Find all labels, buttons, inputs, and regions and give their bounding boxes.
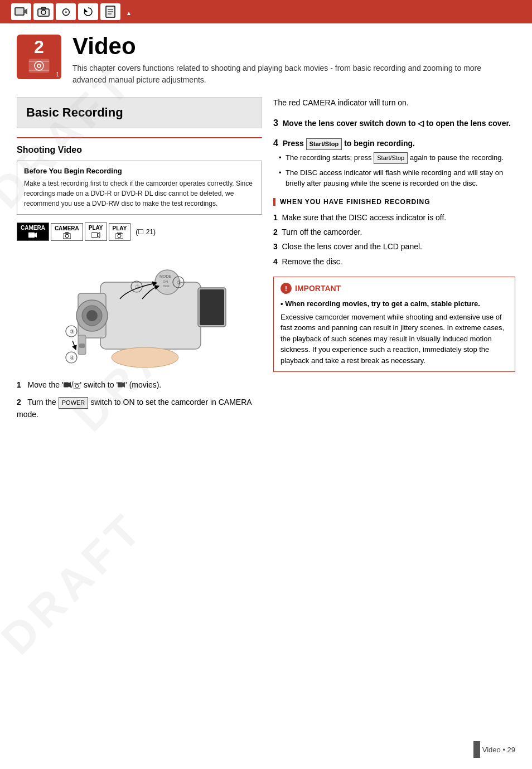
nav-icon-video[interactable]: [11, 3, 31, 20]
important-bullet: • When recording movies, try to get a ca…: [280, 298, 508, 309]
mode-buttons-row: CAMERA CAMERA PLAY PLAY (☐ 21): [17, 223, 262, 241]
svg-text:ON: ON: [163, 280, 168, 283]
finished-step-1: 1 Make sure that the DISC access indicat…: [273, 211, 515, 224]
svg-point-38: [112, 347, 178, 367]
important-label: IMPORTANT: [295, 284, 341, 293]
right-step-4-bullets: The recording starts; press Start/Stop a…: [273, 152, 515, 189]
right-step-3: 3 Move the lens cover switch down to ◁ t…: [273, 117, 515, 130]
svg-marker-16: [35, 233, 37, 238]
chapter-text: Video This chapter covers functions rela…: [72, 35, 515, 86]
svg-point-50: [75, 384, 79, 388]
svg-marker-21: [98, 233, 100, 238]
finished-step-2: 2 Turn off the camcorder.: [273, 226, 515, 238]
camcorder-diagram: MODE ON OFF ② ① ③ ④: [17, 249, 262, 371]
start-stop-btn-2: Start/Stop: [374, 152, 408, 164]
main-content: Basic Recording Shooting Video Before Yo…: [0, 97, 532, 426]
svg-marker-5: [84, 8, 88, 12]
right-intro: The red CAMERA indicator will turn on.: [273, 97, 515, 109]
nav-icon-camera[interactable]: [33, 3, 54, 20]
camera-video-label: CAMERA: [21, 225, 45, 231]
important-header: ! IMPORTANT: [280, 283, 508, 294]
step-1-text: Move the '/' switch to '' (movies).: [27, 380, 161, 389]
finished-step-3: 3 Close the lens cover and the LCD panel…: [273, 240, 515, 253]
when-finished-section: When you have finished recording 1 Make …: [273, 198, 515, 268]
footer-block: [473, 741, 480, 758]
chapter-title: Video: [72, 35, 515, 58]
svg-point-29: [86, 310, 98, 321]
svg-rect-51: [118, 383, 123, 387]
important-text: • When recording movies, try to get a ca…: [280, 298, 508, 366]
svg-rect-25: [100, 282, 201, 349]
chapter-header: 2 1 Video This chapter covers functions …: [0, 23, 532, 97]
section-box: Basic Recording: [17, 97, 262, 128]
step-1: 1 Move the '/' switch to '' (movies).: [17, 379, 262, 391]
svg-text:OFF: OFF: [163, 284, 170, 288]
chapter-number: 2: [34, 38, 44, 56]
nav-icon-refresh[interactable]: [78, 3, 98, 20]
svg-rect-0: [15, 8, 24, 15]
finished-step-4: 4 Remove the disc.: [273, 255, 515, 268]
bullet-2: The DISC access indicator will flash whi…: [279, 167, 515, 189]
mode-ref: (☐ 21): [136, 228, 156, 236]
svg-rect-20: [91, 233, 98, 238]
svg-rect-37: [79, 344, 85, 348]
right-step-3-text: Move the lens cover switch down to ◁ to …: [283, 119, 511, 128]
chapter-icon: 2 1: [17, 35, 61, 79]
step-2-number: 2: [17, 398, 21, 407]
step-2-text: Turn the POWER switch to ON to set the c…: [17, 398, 252, 419]
play-video-label: PLAY: [89, 225, 103, 231]
play-photo-label: PLAY: [113, 225, 127, 232]
nav-arrow: ▲: [126, 10, 132, 16]
important-box: ! IMPORTANT • When recording movies, try…: [273, 277, 515, 372]
svg-rect-47: [64, 383, 69, 387]
svg-text:③: ③: [70, 328, 75, 335]
section-divider: [17, 137, 262, 138]
svg-text:①: ①: [177, 279, 182, 286]
when-finished-header: When you have finished recording: [273, 198, 515, 206]
warning-box: Before You Begin Recording Make a test r…: [17, 161, 262, 215]
svg-point-18: [65, 234, 69, 238]
right-step-4: 4 Press Start/Stop to begin recording. T…: [273, 137, 515, 189]
top-nav: ⊙ ▲: [0, 0, 532, 23]
svg-text:④: ④: [70, 355, 75, 361]
svg-rect-19: [65, 232, 69, 234]
left-column: Basic Recording Shooting Video Before Yo…: [17, 97, 262, 426]
start-stop-btn: Start/Stop: [306, 138, 342, 150]
important-icon: !: [280, 283, 292, 294]
step-2: 2 Turn the POWER switch to ON to set the…: [17, 396, 262, 420]
svg-marker-52: [123, 382, 125, 388]
svg-rect-15: [28, 233, 35, 238]
power-btn-icon: POWER: [59, 397, 89, 409]
chapter-description: This chapter covers functions related to…: [72, 62, 515, 86]
mode-btn-camera-photo[interactable]: CAMERA: [51, 223, 83, 241]
mode-btn-play-video[interactable]: PLAY: [85, 223, 107, 241]
nav-icon-circle[interactable]: ⊙: [56, 3, 76, 20]
right-step-4-text: Press Start/Stop to begin recording.: [283, 139, 415, 148]
page-number: Video • 29: [482, 746, 515, 754]
right-column: The red CAMERA indicator will turn on. 3…: [273, 97, 515, 426]
nav-icon-doc[interactable]: [100, 3, 120, 20]
subsection-title: Shooting Video: [17, 145, 262, 155]
warning-title: Before You Begin Recording: [24, 167, 255, 175]
right-step-4-num: 4: [273, 138, 278, 148]
section-title: Basic Recording: [26, 105, 253, 120]
page-footer: Video • 29: [473, 741, 515, 758]
svg-marker-48: [69, 382, 71, 388]
mode-btn-camera-video[interactable]: CAMERA: [17, 223, 49, 241]
bullet-1: The recording starts; press Start/Stop a…: [279, 152, 515, 164]
svg-marker-1: [24, 8, 27, 14]
camera-photo-label: CAMERA: [55, 225, 79, 232]
important-body: Excessive camcorder movement while shoot…: [280, 312, 508, 366]
step-1-number: 1: [17, 380, 21, 389]
right-step-3-num: 3: [273, 118, 278, 128]
svg-rect-31: [200, 289, 224, 325]
svg-point-23: [118, 234, 121, 238]
warning-text: Make a test recording first to check if …: [24, 178, 255, 209]
mode-btn-play-photo[interactable]: PLAY: [109, 223, 131, 241]
svg-rect-4: [41, 7, 46, 9]
svg-text:MODE: MODE: [159, 274, 171, 278]
